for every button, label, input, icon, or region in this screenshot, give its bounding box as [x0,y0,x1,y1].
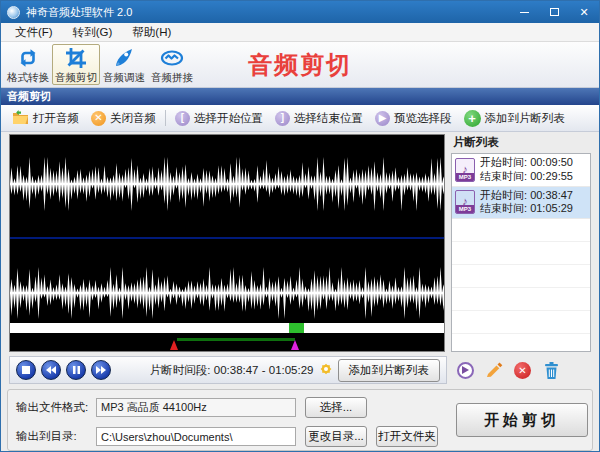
menu-file[interactable]: 文件(F) [7,25,61,40]
action-label: 关闭音频 [110,111,156,126]
tool-format-convert[interactable]: 格式转换 [4,44,52,85]
action-label: 选择开始位置 [194,111,263,126]
action-label: 打开音频 [33,111,79,126]
open-audio-button[interactable]: 打开音频 [6,108,85,129]
waveform-panel[interactable] [9,134,445,352]
output-dir-field[interactable] [96,427,296,446]
tool-label: 音频拼接 [151,71,193,85]
rewind-button[interactable] [41,360,61,380]
action-label: 预览选择段 [394,111,452,126]
action-label: 添加到片断列表 [485,111,566,126]
waveform-canvas[interactable] [10,135,444,323]
fragment-panel: 片断列表 ♪MP3 开始时间: 00:09:50 结束时间: 00:29:55 … [451,134,591,352]
add-fragment-button[interactable]: + 添加到片断列表 [458,108,572,129]
start-cut-button[interactable]: 开始剪切 [456,403,588,437]
separator [165,110,166,126]
output-format-label: 输出文件格式: [16,400,96,415]
playhead-marker[interactable] [289,323,304,333]
add-to-fragment-list-button[interactable]: 添加到片断列表 [338,359,441,382]
section-header: 音频剪切 [1,88,599,105]
tool-label: 音频剪切 [55,71,97,85]
fragment-item-selected[interactable]: ♪MP3 开始时间: 00:38:47 结束时间: 01:05:29 [452,187,590,220]
settings-gear-icon[interactable] [319,362,333,379]
open-folder-button[interactable]: 打开文件夹 [376,426,438,447]
start-bracket-icon: [ [175,111,190,126]
output-form: 输出文件格式: 选择... 输出到目录: 更改目录... 打开文件夹 [8,390,452,450]
tool-audio-cut[interactable]: 音频剪切 [52,44,100,85]
forward-button[interactable] [91,360,111,380]
rocket-icon [112,46,136,70]
close-audio-button[interactable]: ✕ 关闭音频 [85,109,162,128]
empty-row [452,311,590,334]
selection-strip[interactable] [10,333,444,351]
segment-range: 00:38:47 - 01:05:29 [214,364,314,376]
choose-format-button[interactable]: 选择... [305,397,367,418]
output-dir-label: 输出到目录: [16,429,96,444]
selection-start-marker[interactable] [170,340,178,350]
minimize-button[interactable] [509,1,539,23]
action-bar: 打开音频 ✕ 关闭音频 [ 选择开始位置 ] 选择结束位置 ▶ 预览选择段 + … [1,105,599,132]
page-title: 音频剪切 [248,49,352,81]
empty-row [452,265,590,288]
change-dir-button[interactable]: 更改目录... [305,426,367,447]
tool-audio-join[interactable]: 音频拼接 [148,44,196,85]
tool-label: 音频调速 [103,71,145,85]
selection-end-marker[interactable] [291,340,299,350]
transport-bar: 片断时间段: 00:38:47 - 01:05:29 添加到片断列表 ✕ [9,356,591,384]
crop-icon [64,46,88,70]
open-folder-icon [12,110,29,127]
window-title: 神奇音频处理软件 2.0 [26,5,509,20]
main-area: 片断列表 ♪MP3 开始时间: 00:09:50 结束时间: 00:29:55 … [1,132,599,352]
menu-goto[interactable]: 转到(G) [65,25,121,40]
fragment-times: 开始时间: 00:38:47 结束时间: 01:05:29 [480,189,573,217]
end-bracket-icon: ] [275,111,290,126]
fragment-times: 开始时间: 00:09:50 结束时间: 00:29:55 [480,156,573,184]
empty-row [452,219,590,242]
convert-icon [16,46,40,70]
plus-icon: + [464,110,481,127]
maximize-button[interactable] [539,1,569,23]
title-bar[interactable]: 神奇音频处理软件 2.0 ✕ [1,1,599,23]
mp3-file-icon: ♪MP3 [455,190,475,214]
fragment-item[interactable]: ♪MP3 开始时间: 00:09:50 结束时间: 00:29:55 [452,154,590,187]
app-window: 神奇音频处理软件 2.0 ✕ 文件(F) 转到(G) 帮助(H) 格式转换 音频… [0,0,600,452]
tool-audio-speed[interactable]: 音频调速 [100,44,148,85]
close-icon: ✕ [579,6,588,19]
menu-help[interactable]: 帮助(H) [124,25,179,40]
clear-list-button[interactable] [542,361,560,379]
fragment-tools: ✕ [453,356,591,384]
mp3-file-icon: ♪MP3 [455,158,475,182]
output-panel: 输出文件格式: 选择... 输出到目录: 更改目录... 打开文件夹 开始剪切 [7,389,593,451]
output-format-field[interactable] [96,398,296,417]
start-area: 开始剪切 [452,390,592,450]
selection-range-line [177,338,295,341]
select-start-button[interactable]: [ 选择开始位置 [169,109,269,128]
close-button[interactable]: ✕ [569,1,599,23]
playback-controls: 片断时间段: 00:38:47 - 01:05:29 添加到片断列表 [9,356,447,384]
menu-bar: 文件(F) 转到(G) 帮助(H) [1,23,599,42]
select-end-button[interactable]: ] 选择结束位置 [269,109,369,128]
empty-row [452,334,590,352]
app-logo-icon [7,6,20,19]
empty-row [452,242,590,265]
maximize-icon [550,8,559,16]
fragment-list[interactable]: ♪MP3 开始时间: 00:09:50 结束时间: 00:29:55 ♪MP3 … [451,153,591,352]
action-label: 选择结束位置 [294,111,363,126]
edit-fragment-button[interactable] [485,361,503,379]
toolbar: 格式转换 音频剪切 音频调速 音频拼接 音频剪切 [1,42,599,88]
segment-time-label: 片断时间段: 00:38:47 - 01:05:29 [150,363,314,378]
tool-label: 格式转换 [7,71,49,85]
handshake-icon [160,46,184,70]
minimize-icon [520,12,529,13]
fragment-list-title: 片断列表 [451,134,591,153]
stop-button[interactable] [16,360,36,380]
empty-row [452,288,590,311]
playback-progress-bar[interactable] [10,323,444,333]
delete-fragment-button[interactable]: ✕ [514,362,531,379]
preview-selection-button[interactable]: ▶ 预览选择段 [369,109,458,128]
pause-button[interactable] [66,360,86,380]
play-icon: ▶ [375,111,390,126]
close-audio-icon: ✕ [91,111,106,126]
play-fragment-button[interactable] [457,362,474,379]
